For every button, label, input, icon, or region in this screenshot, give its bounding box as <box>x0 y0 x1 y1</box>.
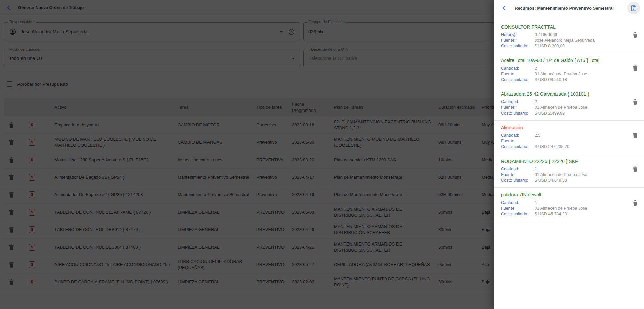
resource-item: RODAMIENTO 22226 { 22226 } SKF Cantidad:… <box>494 154 644 188</box>
resource-row-label: Fuente: <box>501 206 535 211</box>
resource-item: Abrazadera 25-42 Galvanizada { 100101 } … <box>494 87 644 121</box>
resource-detail-rows: Cantidad: 2.5 Fuente: Costo unitario: $ … <box>501 133 624 150</box>
resource-row-label: Costo unitario: <box>501 77 535 83</box>
resource-name: Abrazadera 25-42 Galvanizada { 100101 } <box>501 91 624 97</box>
resource-name: CONSULTOR FRACTTAL <box>501 24 624 30</box>
resource-item: pulidora 7IN dewalt Cantidad: 1 Fuente: … <box>494 188 644 221</box>
delete-resource-button[interactable] <box>632 65 639 73</box>
resource-row-value: 0.41666666 <box>535 32 557 38</box>
resource-row-label: Cantidad: <box>501 65 535 71</box>
resource-row-label: Cantidad: <box>501 99 535 105</box>
resource-row-value: 01 Almacén de Prueba Jose <box>535 206 587 211</box>
delete-resource-button[interactable] <box>632 98 639 107</box>
resource-name: RODAMIENTO 22226 { 22226 } SKF <box>501 159 624 164</box>
resource-detail-rows: Cantidad: 1 Fuente: 01 Almacén de Prueba… <box>501 166 624 183</box>
resource-name: Aceite Total 10w-60 / 1/4 de Galón { A15… <box>501 58 624 63</box>
resource-row-value: $ USD 2.499,99 <box>535 111 565 116</box>
resource-row-label: Hora(s): <box>501 32 535 38</box>
resource-row-label: Costo unitario: <box>501 144 535 150</box>
resource-row-label: Fuente: <box>501 138 535 144</box>
save-resources-button[interactable] <box>627 2 640 14</box>
resource-name: Alineación <box>501 125 624 130</box>
delete-resource-button[interactable] <box>632 199 639 208</box>
resource-detail-rows: Cantidad: 2 Fuente: 01 Almacén de Prueba… <box>501 65 624 83</box>
resource-row-value: 1 <box>535 166 537 172</box>
drawer-title: Recursos: Mantenimiento Preventivo Semes… <box>515 6 627 11</box>
resource-row-label: Cantidad: <box>501 166 535 172</box>
resource-item: CONSULTOR FRACTTAL Hora(s): 0.41666666 F… <box>494 20 644 53</box>
resource-row-value: $ USD 45.784,20 <box>535 211 567 217</box>
resource-row-label: Fuente: <box>501 172 535 178</box>
resource-row-value: 2 <box>535 99 537 105</box>
resource-row-value: 2.5 <box>535 133 540 138</box>
resource-row-value: 01 Almacén de Prueba Jose <box>535 105 587 111</box>
resource-row-label: Costo unitario: <box>501 43 535 49</box>
resource-row-value: 1 <box>535 200 537 206</box>
resource-list: CONSULTOR FRACTTAL Hora(s): 0.41666666 F… <box>494 16 644 221</box>
resource-detail-rows: Cantidad: 2 Fuente: 01 Almacén de Prueba… <box>501 99 624 116</box>
delete-resource-button[interactable] <box>632 166 639 174</box>
resource-row-label: Cantidad: <box>501 133 535 138</box>
resource-row-value: $ USD 8.300,00 <box>535 43 565 49</box>
resource-row-label: Fuente: <box>501 105 535 111</box>
resource-row-value: $ USD 247.235,70 <box>535 144 569 150</box>
resource-row-label: Costo unitario: <box>501 178 535 183</box>
resource-row-value: 01 Almacén de Prueba Jose <box>535 71 587 77</box>
resource-row-value: Jose Alejandro Mejia Sepulveda <box>535 38 595 43</box>
save-icon <box>630 5 637 12</box>
resource-name: pulidora 7IN dewalt <box>501 192 624 197</box>
resource-row-label: Costo unitario: <box>501 111 535 116</box>
app-screen: Generar Nueva Orden de Trabajo Responsab… <box>0 0 644 309</box>
resource-row-label: Cantidad: <box>501 200 535 206</box>
resource-detail-rows: Cantidad: 1 Fuente: 01 Almacén de Prueba… <box>501 200 624 217</box>
resource-row-value: 2 <box>535 65 537 71</box>
delete-resource-button[interactable] <box>632 132 639 140</box>
chevron-left-icon <box>501 4 508 12</box>
resource-row-value: 01 Almacén de Prueba Jose <box>535 172 587 178</box>
resource-row-label: Costo unitario: <box>501 211 535 217</box>
resource-row-value: $ USD 68.210,18 <box>535 77 567 83</box>
resource-detail-rows: Hora(s): 0.41666666 Fuente: Jose Alejand… <box>501 32 624 49</box>
resource-row-label: Fuente: <box>501 38 535 43</box>
delete-resource-button[interactable] <box>632 31 639 40</box>
drawer-header: Recursos: Mantenimiento Preventivo Semes… <box>494 0 644 16</box>
resource-row-label: Fuente: <box>501 71 535 77</box>
resources-drawer: Recursos: Mantenimiento Preventivo Semes… <box>494 0 644 309</box>
resource-row-value: $ USD 34.649,83 <box>535 178 567 183</box>
drawer-back-button[interactable] <box>500 4 508 12</box>
resource-item: Aceite Total 10w-60 / 1/4 de Galón { A15… <box>494 53 644 87</box>
resource-item: Alineación Cantidad: 2.5 Fuente: Costo u… <box>494 121 644 154</box>
